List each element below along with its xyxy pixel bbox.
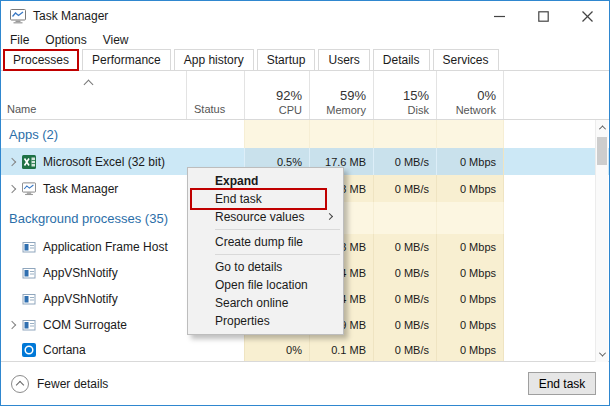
column-memory[interactable]: 59% Memory <box>309 71 373 119</box>
menu-item-properties[interactable]: Properties <box>188 312 343 330</box>
submenu-arrow-icon <box>326 213 333 220</box>
disk-cell: 0 MB/s <box>373 148 436 175</box>
cpu-total-percent: 92% <box>276 88 302 103</box>
menu-item-go-to-details[interactable]: Go to details <box>188 258 343 276</box>
chevron-up-icon <box>16 381 24 389</box>
cortana-icon <box>22 343 36 357</box>
close-icon <box>582 11 593 22</box>
column-name[interactable]: Name <box>1 71 186 119</box>
menu-item-resource-values[interactable]: Resource values <box>188 208 343 226</box>
task-manager-icon <box>22 182 36 196</box>
excel-icon <box>22 155 36 169</box>
app-window-icon <box>22 318 36 332</box>
network-cell: 0 Mbps <box>436 175 504 202</box>
tab-startup[interactable]: Startup <box>257 49 316 70</box>
tab-app-history[interactable]: App history <box>174 49 254 70</box>
maximize-button[interactable] <box>521 1 565 31</box>
row-cortana[interactable]: Cortana 0% 0.1 MB 0 MB/s 0 Mbps <box>1 338 609 361</box>
task-manager-icon <box>10 9 26 24</box>
footer-bar: Fewer details End task <box>1 361 609 405</box>
disk-total-percent: 15% <box>403 88 429 103</box>
vertical-scrollbar[interactable] <box>595 120 608 362</box>
tab-users[interactable]: Users <box>318 49 369 70</box>
menu-bar: File Options View <box>1 31 609 49</box>
tab-processes[interactable]: Processes <box>3 49 79 71</box>
menu-separator <box>215 254 340 255</box>
column-network[interactable]: 0% Network <box>436 71 504 119</box>
column-cpu[interactable]: 92% CPU <box>244 71 309 119</box>
network-cell: 0 Mbps <box>436 286 504 312</box>
menu-options[interactable]: Options <box>45 33 86 47</box>
disk-cell: 0 MB/s <box>373 312 436 338</box>
disk-cell: 0 MB/s <box>373 260 436 286</box>
minimize-button[interactable] <box>477 1 521 31</box>
network-cell: 0 Mbps <box>436 260 504 286</box>
scrollbar-thumb[interactable] <box>597 137 607 165</box>
disk-cell: 0 MB/s <box>373 175 436 202</box>
scroll-down-button[interactable] <box>596 348 608 361</box>
column-disk[interactable]: 15% Disk <box>373 71 436 119</box>
expand-chevron-icon[interactable] <box>8 321 16 329</box>
fewer-details-label[interactable]: Fewer details <box>37 377 108 391</box>
title-bar: Task Manager <box>1 1 609 31</box>
task-manager-window: Task Manager File Options View Processes… <box>0 0 610 406</box>
app-window-icon <box>22 240 36 254</box>
network-total-percent: 0% <box>477 88 496 103</box>
group-header-apps[interactable]: Apps (2) <box>1 120 609 148</box>
context-menu: Expand End task Resource values Create d… <box>187 167 344 335</box>
tab-details[interactable]: Details <box>373 49 430 70</box>
disk-cell: 0 MB/s <box>373 234 436 260</box>
menu-item-open-file-location[interactable]: Open file location <box>188 276 343 294</box>
menu-item-search-online[interactable]: Search online <box>188 294 343 312</box>
network-cell: 0 Mbps <box>436 234 504 260</box>
tab-services[interactable]: Services <box>433 49 499 70</box>
end-task-button[interactable]: End task <box>528 372 596 395</box>
menu-item-create-dump-file[interactable]: Create dump file <box>188 233 343 251</box>
cpu-cell: 0% <box>244 338 309 361</box>
expand-chevron-icon[interactable] <box>8 157 16 165</box>
close-button[interactable] <box>565 1 609 31</box>
column-status[interactable]: Status <box>186 71 244 119</box>
menu-item-expand[interactable]: Expand <box>188 172 343 190</box>
memory-cell: 0.1 MB <box>309 338 373 361</box>
disk-cell: 0 MB/s <box>373 338 436 361</box>
menu-view[interactable]: View <box>103 33 129 47</box>
network-cell: 0 Mbps <box>436 338 504 361</box>
scroll-up-button[interactable] <box>596 121 608 134</box>
fewer-details-toggle[interactable] <box>11 375 29 393</box>
app-window-icon <box>22 266 36 280</box>
app-window-icon <box>22 292 36 306</box>
menu-item-end-task[interactable]: End task <box>188 190 343 208</box>
window-title: Task Manager <box>33 9 108 23</box>
chevron-down-icon <box>598 350 605 357</box>
chevron-up-icon <box>598 125 605 132</box>
maximize-icon <box>538 11 549 22</box>
menu-file[interactable]: File <box>10 33 29 47</box>
tab-performance[interactable]: Performance <box>82 49 171 70</box>
column-header-row: Name Status 92% CPU 59% Memory 15% Disk … <box>1 71 609 120</box>
minimize-icon <box>494 11 505 22</box>
tab-bar: Processes Performance App history Startu… <box>1 49 609 71</box>
network-cell: 0 Mbps <box>436 312 504 338</box>
expand-chevron-icon[interactable] <box>8 184 16 192</box>
sort-ascending-icon <box>84 80 94 90</box>
window-controls <box>477 1 609 31</box>
status-cell <box>186 338 244 361</box>
memory-total-percent: 59% <box>340 88 366 103</box>
disk-cell: 0 MB/s <box>373 286 436 312</box>
menu-separator <box>215 229 340 230</box>
network-cell: 0 Mbps <box>436 148 504 175</box>
